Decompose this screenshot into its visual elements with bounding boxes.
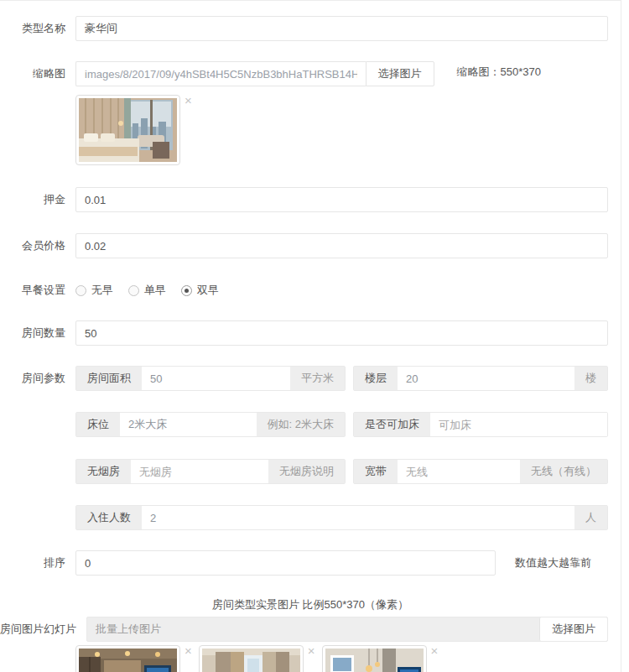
type-name-label: 类型名称 bbox=[0, 16, 65, 41]
gallery-select-button[interactable]: 选择图片 bbox=[539, 617, 607, 641]
gallery-thumb-3 bbox=[322, 645, 427, 672]
thumbnail-image bbox=[79, 98, 177, 162]
broadband-input[interactable] bbox=[398, 460, 520, 483]
room-area-label: 房间面积 bbox=[76, 367, 142, 390]
gallery-thumb-1 bbox=[75, 645, 180, 672]
sort-hint: 数值越大越靠前 bbox=[515, 550, 591, 576]
broadband-unit: 无线（有线） bbox=[520, 460, 607, 483]
thumbnail-preview-row: × bbox=[0, 95, 621, 165]
floor-unit: 楼 bbox=[574, 367, 607, 390]
bed-label: 床位 bbox=[76, 413, 120, 436]
gallery-item: × bbox=[199, 645, 315, 672]
bed-input[interactable] bbox=[120, 413, 257, 436]
type-name-input[interactable] bbox=[75, 16, 608, 41]
radio-double-breakfast[interactable]: 双早 bbox=[181, 282, 219, 299]
member-price-row: 会员价格 bbox=[0, 233, 621, 258]
sort-row: 排序 数值越大越靠前 bbox=[0, 550, 621, 576]
no-smoking-label: 无烟房 bbox=[76, 460, 131, 483]
floor-label: 楼层 bbox=[354, 367, 398, 390]
gallery-thumbs-row: × × bbox=[0, 645, 621, 672]
occupancy-input[interactable] bbox=[142, 506, 574, 529]
gallery-upload-bar: 批量上传图片 选择图片 bbox=[86, 617, 608, 642]
sort-label: 排序 bbox=[0, 550, 65, 576]
breakfast-label: 早餐设置 bbox=[0, 282, 65, 299]
radio-icon[interactable] bbox=[75, 285, 86, 296]
bed-example: 例如: 2米大床 bbox=[257, 413, 345, 436]
room-count-label: 房间数量 bbox=[0, 320, 65, 346]
deposit-input[interactable] bbox=[75, 187, 608, 212]
room-area-group: 房间面积 平方米 bbox=[75, 366, 346, 391]
broadband-group: 宽带 无线（有线） bbox=[353, 459, 608, 484]
gallery-upload-row: 房间图片幻灯片 批量上传图片 选择图片 bbox=[0, 617, 621, 642]
radio-icon[interactable] bbox=[128, 285, 139, 296]
thumbnail-select-button[interactable]: 选择图片 bbox=[366, 61, 434, 86]
radio-label: 双早 bbox=[197, 282, 219, 299]
thumbnail-preview bbox=[75, 95, 180, 165]
thumbnail-remove-icon[interactable]: × bbox=[185, 95, 192, 107]
gallery-remove-icon-1[interactable]: × bbox=[185, 645, 192, 672]
member-price-label: 会员价格 bbox=[0, 233, 65, 258]
gallery-remove-icon-3[interactable]: × bbox=[431, 645, 439, 672]
room-count-row: 房间数量 bbox=[0, 320, 621, 346]
room-area-unit: 平方米 bbox=[290, 367, 345, 390]
radio-label: 单早 bbox=[144, 282, 166, 299]
gallery-image-2 bbox=[202, 649, 300, 672]
gallery-image-3 bbox=[325, 649, 424, 672]
room-params-label: 房间参数 bbox=[0, 366, 65, 391]
no-smoking-input[interactable] bbox=[131, 460, 268, 483]
gallery-item: × bbox=[75, 645, 192, 672]
deposit-row: 押金 bbox=[0, 187, 621, 212]
no-smoking-group: 无烟房 无烟房说明 bbox=[75, 459, 346, 484]
thumbnail-size-hint: 缩略图：550*370 bbox=[457, 61, 541, 83]
room-params-section: 房间参数 房间面积 平方米 楼层 楼 床位 例如: 2米大床 bbox=[0, 366, 621, 530]
broadband-label: 宽带 bbox=[354, 460, 398, 483]
bed-group: 床位 例如: 2米大床 bbox=[75, 412, 346, 437]
gallery-item: × bbox=[322, 645, 439, 672]
occupancy-unit: 人 bbox=[574, 506, 607, 529]
radio-single-breakfast[interactable]: 单早 bbox=[128, 282, 166, 299]
radio-no-breakfast[interactable]: 无早 bbox=[75, 282, 113, 299]
gallery-heading: 房间类型实景图片 比例550*370（像素） bbox=[0, 597, 621, 612]
gallery-image-1 bbox=[79, 649, 177, 672]
extra-bed-label: 是否可加床 bbox=[354, 413, 430, 436]
gallery-thumb-2 bbox=[199, 645, 304, 672]
floor-input[interactable] bbox=[398, 367, 574, 390]
no-smoking-note: 无烟房说明 bbox=[268, 460, 345, 483]
extra-bed-group: 是否可加床 bbox=[353, 412, 608, 437]
breakfast-row: 早餐设置 无早 单早 双早 bbox=[0, 282, 621, 299]
room-type-edit-form: 类型名称 缩略图 选择图片 缩略图：550*370 bbox=[0, 0, 621, 672]
type-name-row: 类型名称 bbox=[0, 16, 621, 41]
occupancy-label: 入住人数 bbox=[76, 506, 142, 529]
floor-group: 楼层 楼 bbox=[353, 366, 608, 391]
gallery-upload-placeholder: 批量上传图片 bbox=[87, 617, 539, 641]
radio-checked-icon[interactable] bbox=[181, 285, 192, 296]
gallery-label: 房间图片幻灯片 bbox=[0, 617, 76, 642]
thumbnail-path-input[interactable] bbox=[75, 61, 366, 86]
room-count-input[interactable] bbox=[75, 320, 608, 346]
member-price-input[interactable] bbox=[75, 233, 608, 258]
deposit-label: 押金 bbox=[0, 187, 65, 212]
room-area-input[interactable] bbox=[142, 367, 290, 390]
sort-input[interactable] bbox=[75, 550, 496, 576]
thumbnail-row: 缩略图 选择图片 缩略图：550*370 bbox=[0, 61, 621, 86]
gallery-remove-icon-2[interactable]: × bbox=[308, 645, 315, 672]
extra-bed-input[interactable] bbox=[430, 413, 607, 436]
radio-label: 无早 bbox=[91, 282, 113, 299]
thumbnail-label: 缩略图 bbox=[0, 61, 65, 86]
occupancy-group: 入住人数 人 bbox=[75, 505, 608, 530]
